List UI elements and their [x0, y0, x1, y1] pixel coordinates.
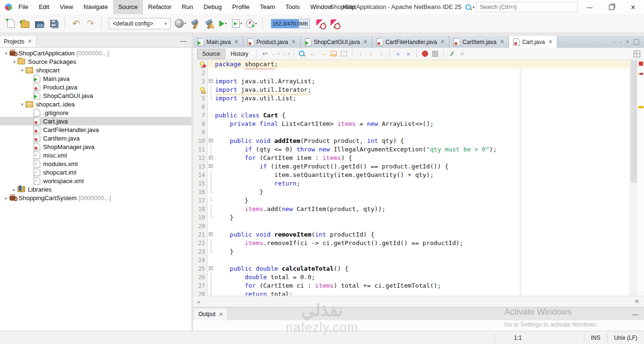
find-selection-button[interactable] — [297, 49, 307, 59]
code-line-19[interactable]: 19 } — [193, 213, 644, 222]
clean-build-button[interactable] — [202, 17, 216, 31]
output-minimize-icon[interactable]: — — [632, 311, 644, 318]
uncomment-lines-button[interactable]: ≡ — [457, 49, 467, 59]
scroll-tabs-right-icon[interactable]: › — [620, 39, 622, 45]
shift-line-left-button[interactable]: « — [393, 49, 403, 59]
menu-item-run[interactable]: Run — [177, 0, 198, 14]
code-line-20[interactable]: 20 — [193, 222, 644, 230]
tree-item-modules-xml[interactable]: modules.xml — [0, 159, 191, 168]
tab-close-icon[interactable]: ✕ — [548, 39, 553, 45]
warning-hint-bulb-icon[interactable] — [199, 87, 205, 93]
menu-item-file[interactable]: File — [13, 0, 34, 14]
find-previous-button[interactable]: ← — [307, 49, 318, 59]
tree-item-shopcart-iml[interactable]: shopcart.iml — [0, 168, 191, 176]
save-all-button[interactable] — [46, 17, 61, 31]
expander-open-icon[interactable]: ▾ — [3, 51, 9, 56]
tree-item-shopcartapplication[interactable]: ▾ShopCartApplication[0000000...] — [0, 49, 191, 57]
expander-closed-icon[interactable]: ▸ — [3, 195, 9, 201]
line-number-gutter[interactable]: 11 — [193, 145, 208, 154]
line-number-gutter[interactable]: 14 — [193, 171, 208, 179]
profile-project-button[interactable]: ▾ — [244, 17, 259, 31]
editor-tab-cartfilehandler-java[interactable]: CartFileHandler.java✕ — [372, 36, 449, 48]
code-fold-icon[interactable] — [208, 154, 214, 162]
code-line-18[interactable]: 18 items.add(new CartItem(product, qty))… — [193, 205, 644, 213]
code-line-26[interactable]: 26 double total = 0.0; — [193, 273, 644, 282]
line-number-gutter[interactable]: 3 — [193, 77, 208, 86]
tab-close-icon[interactable]: ✕ — [440, 39, 445, 45]
line-number-gutter[interactable]: 23 — [193, 247, 208, 256]
line-number-gutter[interactable]: 5 — [193, 94, 208, 103]
tab-close-icon[interactable]: ✕ — [291, 39, 295, 45]
forward-button[interactable]: →▾ — [280, 49, 291, 59]
previous-occurrence-button[interactable]: ↑ — [355, 49, 366, 59]
line-number-gutter[interactable] — [193, 60, 208, 69]
tree-item-main-java[interactable]: Main.java — [0, 74, 191, 83]
code-fold-icon[interactable] — [208, 162, 214, 171]
code-line-17[interactable]: 17 } — [193, 196, 644, 205]
breadcrumb-close-icon[interactable]: ✕ — [635, 298, 644, 305]
code-line-1[interactable]: package shopcart; — [193, 60, 644, 69]
error-stripe[interactable] — [637, 60, 644, 297]
line-number-gutter[interactable]: 6 — [193, 103, 208, 111]
split-editor-icon[interactable] — [634, 51, 640, 57]
open-project-button[interactable] — [32, 17, 46, 31]
editor-tab-cart-java[interactable]: Cart.java✕ — [509, 36, 557, 48]
tree-item-misc-xml[interactable]: misc.xml — [0, 151, 191, 159]
menu-item-debug[interactable]: Debug — [198, 0, 227, 14]
code-line-3[interactable]: 3import java.util.ArrayList; — [193, 77, 644, 86]
code-line-23[interactable]: 23 } — [193, 247, 644, 256]
code-line-21[interactable]: 21 public void removeItem(int productId)… — [193, 230, 644, 239]
expander-open-icon[interactable]: ▾ — [11, 59, 18, 64]
line-number-gutter[interactable]: 21 — [193, 230, 208, 239]
deploy-button[interactable]: ▾ — [173, 17, 188, 31]
line-number-gutter[interactable]: 9 — [193, 128, 208, 137]
tree-item-product-java[interactable]: Product.java — [0, 83, 191, 91]
next-breakpoint-button[interactable] — [420, 49, 430, 59]
breadcrumb-chevron-icon[interactable]: » — [193, 298, 200, 305]
debug-project-button[interactable]: ▾ — [230, 17, 244, 31]
new-file-button[interactable] — [4, 17, 18, 31]
tab-list-dropdown-icon[interactable]: ▾ — [626, 39, 629, 45]
line-number-gutter[interactable]: 7 — [193, 111, 208, 120]
redo-button[interactable]: ↷ — [83, 17, 98, 31]
code-line-13[interactable]: 13 if (item.getProduct().getId() == prod… — [193, 162, 644, 171]
expander-open-icon[interactable]: ▾ — [19, 102, 26, 107]
tab-close-icon[interactable]: ✕ — [363, 39, 367, 45]
find-next-button[interactable]: → — [318, 49, 328, 59]
last-edit-location-button[interactable]: ↩ — [259, 49, 270, 59]
code-line-10[interactable]: 10 public void addItem(Product product, … — [193, 137, 644, 145]
tree-item-libraries[interactable]: ▸Libraries — [0, 185, 191, 194]
line-number-gutter[interactable]: 19 — [193, 213, 208, 222]
output-tab-close-icon[interactable]: ✕ — [219, 311, 223, 318]
scroll-tabs-left-icon[interactable]: ‹ — [613, 39, 615, 45]
code-line-27[interactable]: 27 for (CartItem ci : items) total += ci… — [193, 282, 644, 290]
code-line-22[interactable]: 22 items.removeIf(ci -> ci.getProduct().… — [193, 239, 644, 247]
minimize-button[interactable]: — — [579, 0, 600, 14]
tree-item-source-packages[interactable]: ▾Source Packages — [0, 57, 191, 66]
menu-item-source[interactable]: Source — [113, 0, 143, 14]
search-caret-icon[interactable]: ▾ — [473, 5, 474, 9]
code-fold-icon[interactable] — [208, 230, 214, 239]
line-number-gutter[interactable]: 15 — [193, 179, 208, 188]
code-line-12[interactable]: 12 for (CartItem item : items) { — [193, 154, 644, 162]
line-number-gutter[interactable]: 20 — [193, 222, 208, 230]
editor-scrollbar[interactable] — [630, 60, 637, 297]
warning-mark[interactable] — [638, 106, 644, 108]
search-icon[interactable] — [465, 4, 472, 10]
tree-item-workspace-xml[interactable]: workspace.xml — [0, 176, 191, 185]
line-number-gutter[interactable]: 24 — [193, 256, 208, 265]
code-line-2[interactable]: 2 — [193, 69, 644, 77]
source-view-button[interactable]: Source — [197, 49, 225, 59]
code-line-16[interactable]: 16 } — [193, 188, 644, 196]
go-to-occurrence-button[interactable]: ↓ — [376, 49, 386, 59]
next-occurrence-button[interactable]: ↓ — [366, 49, 376, 59]
output-tab[interactable]: Output ✕ — [194, 309, 228, 320]
line-number-gutter[interactable]: 2 — [193, 69, 208, 77]
line-number-gutter[interactable]: 22 — [193, 239, 208, 247]
run-project-button[interactable]: ▾ — [216, 17, 230, 31]
code-line-5[interactable]: 5import java.util.List; — [193, 94, 644, 103]
new-project-button[interactable] — [18, 17, 32, 31]
line-number-gutter[interactable]: 13 — [193, 162, 208, 171]
code-fold-icon[interactable] — [208, 265, 214, 273]
history-view-button[interactable]: History — [225, 49, 253, 59]
